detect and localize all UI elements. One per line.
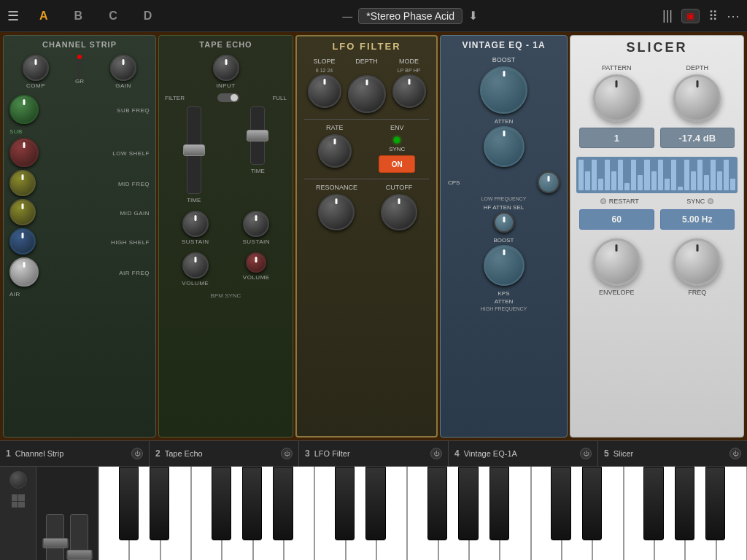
atten-knob-1[interactable] xyxy=(484,126,525,167)
white-key-14[interactable]: C3 xyxy=(531,467,562,560)
white-key-16[interactable] xyxy=(592,467,623,560)
pattern-bar-21 xyxy=(717,171,722,190)
preset-prev-icon[interactable]: — xyxy=(342,10,352,22)
freq-display: 5.00 Hz xyxy=(660,209,735,230)
keyboard[interactable]: C1C2C3 xyxy=(98,467,747,560)
pattern-display-bars[interactable] xyxy=(576,157,738,193)
white-key-11[interactable] xyxy=(438,467,469,560)
tab-b[interactable]: B xyxy=(69,8,89,24)
menu-icon[interactable]: ☰ xyxy=(7,8,19,24)
comp-knob-container: COMP xyxy=(23,55,49,89)
track-4[interactable]: 4 Vintage EQ-1A ⏻ xyxy=(449,441,598,466)
sub-freq-knob[interactable] xyxy=(9,95,39,124)
sub-freq-label: SUB FREQ xyxy=(117,107,150,114)
air-freq-knob[interactable] xyxy=(9,257,39,287)
track-1-power[interactable]: ⏻ xyxy=(131,448,143,459)
white-key-5[interactable] xyxy=(253,467,284,560)
sustain-knob-2[interactable] xyxy=(243,211,269,237)
boost-knob-1[interactable] xyxy=(480,66,527,114)
track-3-power[interactable]: ⏻ xyxy=(430,448,442,459)
white-key-7[interactable]: C2 xyxy=(314,467,345,560)
track-4-power[interactable]: ⏻ xyxy=(580,448,592,459)
white-key-2[interactable] xyxy=(160,467,191,560)
pattern-bar-15 xyxy=(678,187,683,190)
low-shelf-knob[interactable] xyxy=(9,138,39,167)
volume-knob-1[interactable] xyxy=(182,252,209,279)
white-key-13[interactable] xyxy=(500,467,530,560)
sync-radio[interactable] xyxy=(708,198,713,204)
env-led xyxy=(394,137,400,143)
slider-1-container: TIME xyxy=(187,106,201,203)
slope-knob[interactable] xyxy=(308,74,341,108)
low-freq-label: LOW FREQUENCY xyxy=(445,196,562,201)
white-key-12[interactable] xyxy=(469,467,500,560)
white-key-6[interactable] xyxy=(284,467,314,560)
white-key-8[interactable] xyxy=(346,467,376,560)
filter-toggle[interactable] xyxy=(217,93,239,102)
cutoff-knob[interactable] xyxy=(381,194,417,230)
white-key-10[interactable] xyxy=(407,467,438,560)
white-key-18[interactable] xyxy=(654,467,685,560)
input-knob[interactable] xyxy=(213,55,239,81)
tab-c[interactable]: C xyxy=(103,8,123,24)
mod-slider[interactable] xyxy=(70,514,88,560)
white-key-0[interactable]: C1 xyxy=(98,467,129,560)
gain-knob[interactable] xyxy=(110,55,136,81)
save-icon[interactable]: ⬇ xyxy=(468,9,478,23)
delay-slider-1[interactable] xyxy=(187,106,201,194)
track-2[interactable]: 2 Tape Echo ⏻ xyxy=(150,441,299,466)
on-toggle[interactable]: ON xyxy=(379,155,415,173)
delay-slider-2[interactable] xyxy=(250,106,265,165)
tab-a[interactable]: A xyxy=(34,8,54,24)
white-key-19[interactable] xyxy=(685,467,716,560)
white-key-1[interactable] xyxy=(129,467,160,560)
envelope-knob[interactable] xyxy=(593,238,640,286)
track-2-power[interactable]: ⏻ xyxy=(281,448,293,459)
mode-knob[interactable] xyxy=(392,74,426,108)
mid-gain-knob[interactable] xyxy=(9,199,36,225)
boost-knob-2[interactable] xyxy=(484,245,525,286)
preset-name[interactable]: *Stereo Phase Acid xyxy=(358,8,462,24)
white-key-15[interactable] xyxy=(562,467,592,560)
rec-icon[interactable]: ▣ xyxy=(681,9,700,23)
dots-icon[interactable]: ⋯ xyxy=(727,8,740,24)
restart-radio[interactable] xyxy=(600,198,606,204)
grid-icon[interactable] xyxy=(12,494,25,508)
sync-control[interactable]: SYNC xyxy=(686,198,713,205)
rate-knob[interactable] xyxy=(318,134,352,168)
pattern-knob[interactable] xyxy=(593,74,640,122)
vu-dot-3 xyxy=(77,66,82,71)
white-key-9[interactable] xyxy=(376,467,407,560)
low-shelf-label: LOW SHELF xyxy=(112,150,150,157)
track-1[interactable]: 1 Channel Strip ⏻ xyxy=(0,441,150,466)
depth-knob[interactable] xyxy=(673,74,721,122)
comp-knob[interactable] xyxy=(23,55,49,81)
mixer-icon[interactable]: ||| xyxy=(662,8,673,23)
hf-atten-knob[interactable] xyxy=(494,212,514,233)
keyboard-area: PITCH MOD C1C2C3 xyxy=(0,467,747,560)
white-key-3[interactable] xyxy=(191,467,222,560)
resonance-knob[interactable] xyxy=(318,194,355,230)
gain-knob-container: GAIN xyxy=(110,55,136,89)
volume-label-2: VOLUME xyxy=(243,274,270,281)
white-key-17[interactable] xyxy=(624,467,654,560)
sustain-knob-1[interactable] xyxy=(182,211,209,237)
restart-control[interactable]: RESTART xyxy=(600,198,639,205)
mid-freq-knob[interactable] xyxy=(9,170,36,196)
tab-d[interactable]: D xyxy=(138,8,158,24)
white-key-4[interactable] xyxy=(222,467,252,560)
high-shelf-knob[interactable] xyxy=(9,228,36,254)
track-5-power[interactable]: ⏻ xyxy=(729,448,741,459)
cps-knob[interactable] xyxy=(538,171,560,193)
freq-knob[interactable] xyxy=(673,238,721,286)
bpm-sync-knob[interactable] xyxy=(246,252,266,273)
hf-atten-knob-row xyxy=(445,212,562,233)
slope-values: 6 12 24 xyxy=(316,68,333,73)
pattern-icon[interactable]: ⠿ xyxy=(708,8,718,24)
track-5[interactable]: 5 Slicer ⏻ xyxy=(598,441,747,466)
pitch-slider[interactable] xyxy=(46,514,64,560)
depth-knob[interactable] xyxy=(348,75,386,113)
keyboard-ctrl-knob-1[interactable] xyxy=(9,471,27,489)
track-3[interactable]: 3 LFO Filter ⏻ xyxy=(299,441,449,466)
white-key-20[interactable] xyxy=(716,467,747,560)
